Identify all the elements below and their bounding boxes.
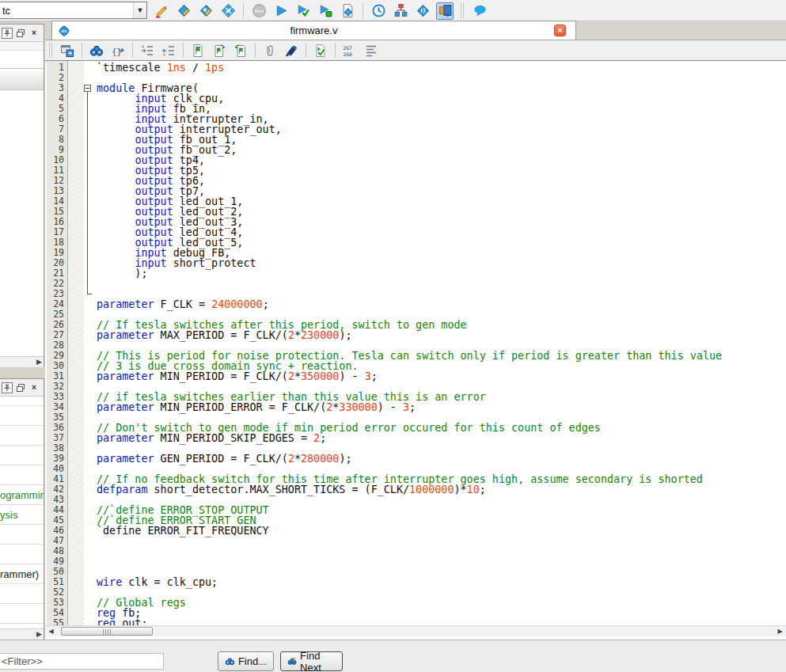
toolbar-drag-handle[interactable] [49,43,52,58]
task-row[interactable] [0,426,44,446]
code-line: 48 [45,546,786,556]
toolbar-separator [255,43,256,58]
tasks-rows: ogrammingysisrammer) [0,406,44,628]
find-next-button[interactable]: Find Next [280,651,343,671]
task-row[interactable] [0,406,44,426]
task-row[interactable] [0,545,44,564]
panel-content [0,90,44,356]
toolbar-separator [183,43,184,58]
timing-analyzer-clock-icon[interactable] [370,2,387,20]
fold-scope-line [87,92,92,294]
programmer-icon[interactable] [436,2,454,20]
toolbar-separator [82,43,82,58]
tab-title: firmware.v [52,25,575,36]
code-line: 49 [45,556,786,567]
task-row[interactable]: ogramming [0,485,44,505]
code-lines: 1`timescale 1ns / 1ps23module Firmware(4… [45,63,786,625]
code-text: parameter MIN_PERIOD_ERROR = F_CLK/(2*33… [97,402,416,412]
toolbar-separator [243,3,244,18]
code-text: parameter MIN_PERIOD_SKIP_EDGES = 2; [97,433,326,443]
tab-firmware[interactable]: abc firmware.v × [51,21,576,40]
pin-icon[interactable] [2,382,13,393]
analysis-synthesis-icon[interactable] [294,2,312,20]
partition-shattered-diamond-icon[interactable] [219,2,237,20]
close-icon[interactable]: × [28,382,40,393]
project-combobox-value: tc [0,5,133,17]
chevron-down-icon[interactable]: ▼ [133,2,146,18]
signaltap-diamond-icon[interactable] [414,2,431,20]
toolbar-separator [363,3,363,18]
panel-titlebar: × [0,379,44,397]
bookmark-icon[interactable] [189,42,207,59]
close-icon[interactable]: × [554,25,566,36]
format-lines-icon[interactable] [363,42,380,59]
task-row[interactable] [0,525,44,545]
fold-collapse-icon[interactable] [84,85,91,92]
code-line: 24parameter F_CLK = 24000000; [45,299,786,309]
close-icon[interactable]: × [28,28,40,39]
line-number: 3 [47,83,67,93]
task-row[interactable] [0,584,44,604]
chip-planner-diamond-pencil-icon[interactable] [197,2,215,20]
code-text: parameter MIN_PERIOD = F_CLK/(2*350000) … [97,371,378,382]
task-row[interactable] [0,604,44,624]
pin-icon[interactable] [2,28,13,39]
line-number: 5 [47,104,67,114]
find-binoculars-icon[interactable] [88,42,105,59]
pin-planner-diamond-pencil-icon[interactable] [175,2,192,20]
filter-input[interactable]: <Filter>> [0,653,164,670]
code-line: 47 [45,536,786,546]
panel-titlebar: × [0,25,44,42]
binoculars-icon [225,655,235,667]
task-row[interactable]: ysis [0,505,44,525]
task-row[interactable] [0,465,44,485]
open-window-arrow-icon[interactable] [59,42,76,59]
scroll-right-icon[interactable]: ▶ [36,630,42,638]
scroll-right-icon[interactable]: ▶ [36,358,42,366]
svg-text:267: 267 [344,45,352,51]
editor-toolbar: {}267268 [45,40,786,61]
start-compilation-icon[interactable] [272,2,290,20]
indent-icon[interactable] [139,42,156,59]
replace-braces-icon[interactable]: {} [109,42,127,59]
editor-tabbar: abc firmware.v × [45,21,786,40]
prev-bookmark-icon[interactable] [232,42,249,59]
analyze-file-check-icon[interactable] [312,42,329,59]
top-toolbar: tc ▼ STOP [0,0,786,21]
task-row[interactable] [0,446,44,465]
hierarchy-icon[interactable] [392,2,409,20]
scroll-right-icon[interactable]: ▶ [775,627,785,636]
toolbar-separator [335,43,336,58]
float-window-icon[interactable] [15,382,26,393]
project-combobox[interactable]: tc ▼ [0,2,147,19]
fitter-icon[interactable] [317,2,334,20]
bottom-bar: <Filter>> Find... Find Next [0,640,786,672]
unindent-icon[interactable] [160,42,177,59]
code-text: parameter F_CLK = 24000000; [97,299,269,309]
ink-ribbon-icon[interactable] [283,42,300,59]
paperclip-icon[interactable] [261,42,279,59]
assembler-icon[interactable] [339,2,356,20]
find-button-label: Find... [238,655,267,667]
next-bookmark-icon[interactable] [211,42,228,59]
panel-scrollbar[interactable]: ▶ [0,356,44,367]
scrollbar-thumb[interactable] [61,627,153,636]
toolbar-drag-handle[interactable] [461,3,464,18]
float-window-icon[interactable] [15,28,26,39]
code-line: 46`define ERROR_FIT_FREQUENCY [45,526,786,536]
scroll-left-icon[interactable]: ◀ [46,627,56,636]
panel-scrollbar[interactable]: ▶ [0,628,44,640]
code-line: 39parameter GEN_PERIOD = F_CLK/(2*280000… [45,454,786,464]
code-editor[interactable]: 1`timescale 1ns / 1ps23module Firmware(4… [45,61,786,625]
comment-bubble-icon[interactable] [471,2,488,20]
code-line: 21 ); [45,268,786,279]
find-button[interactable]: Find... [218,651,274,671]
toolbar-separator [306,43,306,58]
panel-header-band[interactable] [0,68,44,90]
binoculars-star-icon [287,655,297,667]
task-row[interactable]: rammer) [0,564,44,584]
horizontal-scrollbar[interactable]: ◀ ▶ [45,625,786,636]
stop-icon: STOP [250,2,268,20]
line-numbers-badge-icon[interactable]: 267268 [341,42,359,59]
assignment-pencil-icon[interactable] [153,2,170,20]
